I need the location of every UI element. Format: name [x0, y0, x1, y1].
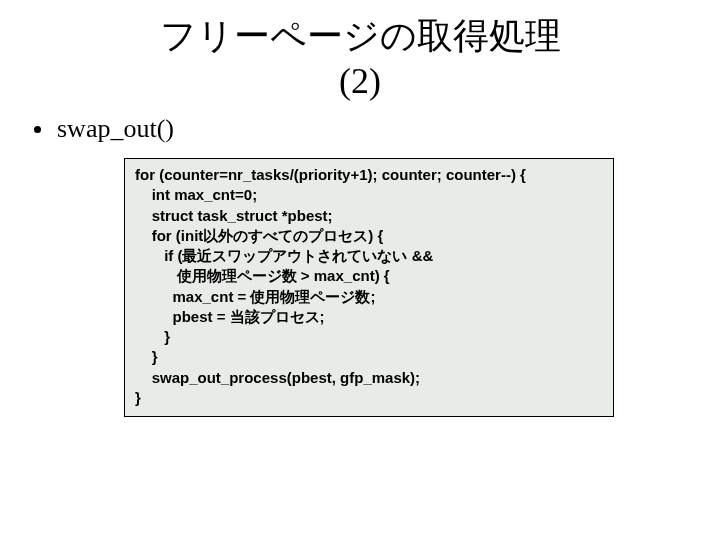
code-line: } [135, 389, 141, 406]
slide-title: フリーページの取得処理 (2) [0, 0, 720, 104]
code-line: pbest = 当該プロセス; [135, 308, 325, 325]
slide-body: swap_out() for (counter=nr_tasks/(priori… [0, 104, 720, 417]
code-box: for (counter=nr_tasks/(priority+1); coun… [124, 158, 614, 417]
bullet-text: swap_out() [57, 114, 174, 144]
code-line: if (最近スワップアウトされていない && [135, 247, 433, 264]
code-line: 使用物理ページ数 > max_cnt) { [135, 267, 390, 284]
bullet-icon [34, 126, 41, 133]
code-line: swap_out_process(pbest, gfp_mask); [135, 369, 420, 386]
bullet-item: swap_out() [34, 114, 686, 144]
code-line: for (counter=nr_tasks/(priority+1); coun… [135, 166, 526, 183]
code-line: } [135, 348, 158, 365]
title-line-2: (2) [339, 61, 381, 101]
code-line: for (init以外のすべてのプロセス) { [135, 227, 383, 244]
code-line: int max_cnt=0; [135, 186, 257, 203]
code-line: struct task_struct *pbest; [135, 207, 333, 224]
code-line: } [135, 328, 170, 345]
title-line-1: フリーページの取得処理 [160, 16, 561, 56]
slide: フリーページの取得処理 (2) swap_out() for (counter=… [0, 0, 720, 540]
code-block: for (counter=nr_tasks/(priority+1); coun… [135, 165, 603, 408]
code-line: max_cnt = 使用物理ページ数; [135, 288, 375, 305]
